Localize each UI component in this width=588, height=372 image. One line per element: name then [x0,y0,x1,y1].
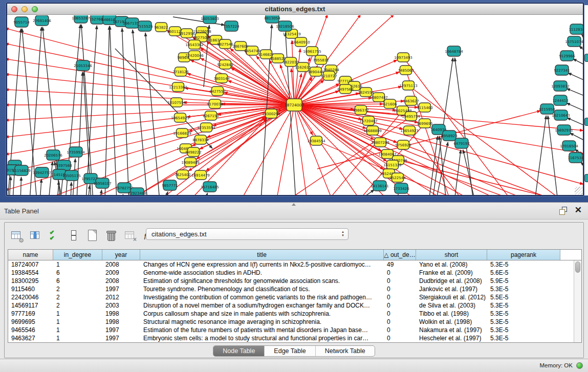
splitter-handle-icon[interactable] [292,203,296,206]
graph-edge[interactable] [205,193,208,195]
table-cell: 2 [53,285,102,293]
graph-edge[interactable] [568,73,583,82]
graph-edge[interactable] [71,182,71,195]
graph-edge[interactable] [535,116,546,195]
graph-edge[interactable] [88,185,90,195]
tab-edge-table[interactable]: Edge Table [265,346,315,356]
graph-node-label: 19166829 [173,132,191,136]
column-header-pagerank[interactable]: pagerank [487,250,560,260]
scrollbar-thumb[interactable] [575,261,580,273]
close-window-icon[interactable] [11,6,17,12]
graph-node-label: 13654923 [400,129,419,133]
graph-node-label: 1244413 [552,99,568,103]
column-visibility-icon[interactable] [29,229,42,242]
tab-network-table[interactable]: Network Table [316,346,375,356]
new-document-icon[interactable] [85,229,99,242]
graph-edge[interactable] [567,89,583,97]
column-header-in_degree[interactable]: in_degree [53,250,102,260]
graph-edge[interactable] [581,162,583,169]
graph-node-label: 22420046 [185,54,204,58]
table-cell: Corpus callosum shape and size in male p… [140,310,384,318]
panel-title: Table Panel [4,207,39,215]
row-options-icon[interactable] [67,229,80,242]
graph-edge[interactable] [276,105,294,195]
graph-node-label: 16053803 [201,17,219,21]
graph-edge[interactable] [40,179,41,195]
table-cell: 2008 [102,277,140,285]
table-cell: 5.3E-5 [487,301,560,310]
graph-edge[interactable] [398,160,565,195]
trash-icon[interactable] [104,229,118,242]
table-row[interactable]: 977716911998Corpus callosum shape and si… [8,310,574,318]
graph-edge[interactable] [57,181,59,195]
graph-edge[interactable] [13,172,14,195]
close-panel-icon[interactable]: ✕ [575,205,582,216]
table-cell: 0 [384,269,416,277]
memory-status-indicator[interactable] [576,362,583,369]
graph-node-label: 8215958 [539,107,555,112]
graph-edge[interactable] [100,190,102,195]
graph-node-label: 9756928 [395,143,411,147]
network-canvas[interactable]: 1872400796382296011288912954152260589827… [7,15,583,195]
graph-node-label: 8210727 [321,74,337,78]
zoom-window-icon[interactable] [32,6,38,12]
graph-edge[interactable] [358,190,374,195]
tab-node-table[interactable]: Node Table [213,346,265,356]
table-cell: 5.3E-5 [487,310,560,318]
partial-node [584,118,588,126]
table-grid-glyph [125,231,134,239]
column-header-short[interactable]: short [416,250,487,260]
graph-edge[interactable] [7,105,294,173]
network-view-window: citations_edges.txt 18724007963822960112… [6,3,584,196]
table-row[interactable]: 2242004622012Investigating the contribut… [8,293,574,301]
table-cell: 2 [53,293,102,301]
graph-node-label: 7955812 [313,58,329,62]
graph-edge[interactable] [567,103,583,113]
column-header-year[interactable]: year [102,250,140,260]
table-cell: Changes of HCN gene expression and I(f) … [140,260,384,269]
column-header-out_de[interactable]: △ out_de… [384,250,416,260]
graph-node-label: 15751074 [565,40,583,44]
window-title-bar[interactable]: citations_edges.txt [7,4,583,15]
column-header-title[interactable]: title [140,250,384,260]
vertical-scrollbar[interactable] [574,260,581,342]
table-cell: Yano et al. (2008) [416,260,487,269]
table-row[interactable]: 911546021997Tourette syndrome. Phenomeno… [8,285,574,293]
graph-edge[interactable] [49,162,53,195]
graph-edge[interactable] [292,40,294,105]
graph-edge[interactable] [294,105,307,195]
graph-node-label: 17016504 [560,144,578,148]
table-settings-icon[interactable] [10,229,23,242]
float-panel-icon[interactable] [559,207,568,215]
graph-node-label: 12213363 [169,85,187,90]
table-row[interactable]: 946554611997Estimation of the future num… [8,326,574,334]
table-grid-glyph [11,231,20,239]
table-cell: 5.3E-5 [487,318,560,326]
graph-edge[interactable] [105,26,110,195]
graph-edge[interactable] [122,194,123,195]
table-cell: Estimation of significance thresholds fo… [140,277,384,285]
delete-table-icon[interactable] [123,229,137,242]
table-selector-dropdown[interactable]: citations_edges.txt ▲▼ [146,228,349,240]
graph-node-label: 6497568 [337,87,353,92]
table-row[interactable]: 1456911722003Disruption of a novel membe… [8,301,574,310]
table-row[interactable]: 946362711997Embryonic stem cells: a mode… [8,334,574,342]
graph-edge[interactable] [190,60,294,105]
minimize-window-icon[interactable] [21,6,28,12]
graph-node-label: 8813054 [264,16,280,20]
column-header-name[interactable]: name [8,250,53,260]
table-row[interactable]: 969969511998Structural magnetic resonanc… [8,318,574,326]
graph-edge[interactable] [133,30,147,195]
select-all-icon[interactable] [48,229,61,242]
graph-edge[interactable] [436,142,448,195]
table-cell: 9777169 [8,310,53,318]
table-row[interactable]: 1830029562008Estimation of significance … [8,277,574,285]
window-resize-grip[interactable] [575,187,582,194]
graph-edge[interactable] [579,46,583,54]
table-row[interactable]: 1938455462009Genome-wide association stu… [8,269,574,277]
graph-edge[interactable] [110,26,117,195]
table-row[interactable]: 1872400712008Changes of HCN gene express… [8,260,574,269]
graph-edge[interactable] [573,59,583,67]
graph-edge[interactable] [395,194,398,195]
table-cell: 1 [53,318,102,326]
